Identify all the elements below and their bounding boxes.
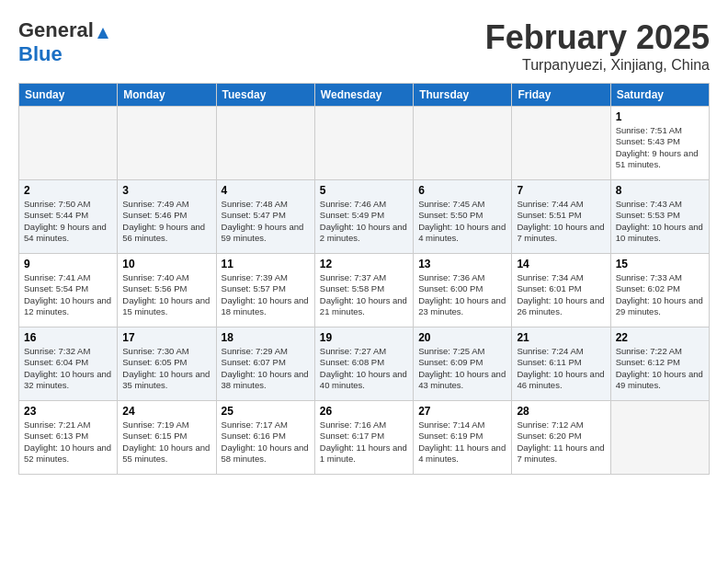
calendar-week-row: 23Sunrise: 7:21 AMSunset: 6:13 PMDayligh…: [19, 401, 710, 475]
day-number: 28: [517, 405, 605, 418]
logo: General Blue: [18, 18, 110, 66]
table-row: 7Sunrise: 7:44 AMSunset: 5:51 PMDaylight…: [512, 180, 610, 254]
day-number: 26: [320, 405, 408, 418]
table-row: 15Sunrise: 7:33 AMSunset: 6:02 PMDayligh…: [610, 254, 709, 327]
day-number: 13: [418, 258, 506, 270]
table-row: 28Sunrise: 7:12 AMSunset: 6:20 PMDayligh…: [512, 401, 610, 475]
table-row: 18Sunrise: 7:29 AMSunset: 6:07 PMDayligh…: [216, 327, 314, 401]
day-info: Sunrise: 7:32 AMSunset: 6:04 PMDaylight:…: [24, 346, 112, 391]
day-info: Sunrise: 7:30 AMSunset: 6:05 PMDaylight:…: [122, 346, 210, 391]
day-info: Sunrise: 7:29 AMSunset: 6:07 PMDaylight:…: [222, 346, 310, 391]
title-area: February 2025 Turpanyuezi, Xinjiang, Chi…: [485, 18, 710, 74]
day-info: Sunrise: 7:48 AMSunset: 5:47 PMDaylight:…: [222, 199, 310, 244]
table-row: 21Sunrise: 7:24 AMSunset: 6:11 PMDayligh…: [512, 327, 610, 401]
header-wednesday: Wednesday: [314, 84, 413, 107]
table-row: 6Sunrise: 7:45 AMSunset: 5:50 PMDaylight…: [414, 180, 512, 254]
table-row: 26Sunrise: 7:16 AMSunset: 6:17 PMDayligh…: [314, 401, 413, 475]
table-row: [314, 107, 413, 180]
table-row: 25Sunrise: 7:17 AMSunset: 6:16 PMDayligh…: [216, 401, 314, 475]
logo-icon: [96, 24, 110, 40]
logo-general: General: [18, 18, 94, 41]
day-info: Sunrise: 7:40 AMSunset: 5:56 PMDaylight:…: [122, 272, 210, 317]
table-row: 27Sunrise: 7:14 AMSunset: 6:19 PMDayligh…: [414, 401, 512, 475]
table-row: 22Sunrise: 7:22 AMSunset: 6:12 PMDayligh…: [610, 327, 709, 401]
day-number: 6: [418, 184, 506, 197]
table-row: [414, 107, 512, 180]
day-number: 17: [122, 331, 210, 344]
day-number: 3: [122, 184, 210, 197]
day-number: 20: [418, 331, 506, 344]
table-row: 11Sunrise: 7:39 AMSunset: 5:57 PMDayligh…: [216, 254, 314, 327]
table-row: 1Sunrise: 7:51 AMSunset: 5:43 PMDaylight…: [610, 107, 709, 180]
table-row: 3Sunrise: 7:49 AMSunset: 5:46 PMDaylight…: [118, 180, 216, 254]
day-info: Sunrise: 7:34 AMSunset: 6:01 PMDaylight:…: [517, 272, 605, 317]
table-row: [610, 401, 709, 475]
table-row: 9Sunrise: 7:41 AMSunset: 5:54 PMDaylight…: [19, 254, 118, 327]
day-number: 11: [222, 258, 310, 270]
day-info: Sunrise: 7:51 AMSunset: 5:43 PMDaylight:…: [616, 125, 704, 170]
day-info: Sunrise: 7:17 AMSunset: 6:16 PMDaylight:…: [222, 419, 310, 465]
table-row: [118, 107, 216, 180]
calendar-week-row: 16Sunrise: 7:32 AMSunset: 6:04 PMDayligh…: [19, 327, 710, 401]
logo-blue: Blue: [18, 42, 63, 65]
header-tuesday: Tuesday: [216, 84, 314, 107]
table-row: [19, 107, 118, 180]
day-number: 12: [320, 258, 408, 270]
day-number: 14: [517, 258, 605, 270]
day-number: 27: [418, 405, 506, 418]
day-number: 2: [24, 184, 112, 197]
day-info: Sunrise: 7:36 AMSunset: 6:00 PMDaylight:…: [418, 272, 506, 317]
header-saturday: Saturday: [610, 84, 709, 107]
header-sunday: Sunday: [19, 84, 118, 107]
table-row: 5Sunrise: 7:46 AMSunset: 5:49 PMDaylight…: [314, 180, 413, 254]
table-row: [216, 107, 314, 180]
day-info: Sunrise: 7:22 AMSunset: 6:12 PMDaylight:…: [616, 346, 704, 391]
table-row: [512, 107, 610, 180]
header-friday: Friday: [512, 84, 610, 107]
calendar-week-row: 9Sunrise: 7:41 AMSunset: 5:54 PMDaylight…: [19, 254, 710, 327]
table-row: 10Sunrise: 7:40 AMSunset: 5:56 PMDayligh…: [118, 254, 216, 327]
day-info: Sunrise: 7:25 AMSunset: 6:09 PMDaylight:…: [418, 346, 506, 391]
day-number: 9: [24, 258, 112, 270]
calendar-table: Sunday Monday Tuesday Wednesday Thursday…: [18, 83, 710, 475]
day-number: 22: [616, 331, 704, 344]
day-number: 10: [122, 258, 210, 270]
day-info: Sunrise: 7:33 AMSunset: 6:02 PMDaylight:…: [616, 272, 704, 317]
day-info: Sunrise: 7:24 AMSunset: 6:11 PMDaylight:…: [517, 346, 605, 391]
header-monday: Monday: [118, 84, 216, 107]
table-row: 16Sunrise: 7:32 AMSunset: 6:04 PMDayligh…: [19, 327, 118, 401]
day-info: Sunrise: 7:12 AMSunset: 6:20 PMDaylight:…: [517, 419, 605, 465]
day-number: 1: [616, 110, 704, 123]
calendar-week-row: 2Sunrise: 7:50 AMSunset: 5:44 PMDaylight…: [19, 180, 710, 254]
day-number: 25: [222, 405, 310, 418]
day-info: Sunrise: 7:50 AMSunset: 5:44 PMDaylight:…: [24, 199, 112, 244]
table-row: 17Sunrise: 7:30 AMSunset: 6:05 PMDayligh…: [118, 327, 216, 401]
day-number: 19: [320, 331, 408, 344]
day-info: Sunrise: 7:19 AMSunset: 6:15 PMDaylight:…: [122, 419, 210, 465]
day-info: Sunrise: 7:21 AMSunset: 6:13 PMDaylight:…: [24, 419, 112, 465]
day-number: 18: [222, 331, 310, 344]
day-number: 5: [320, 184, 408, 197]
table-row: 24Sunrise: 7:19 AMSunset: 6:15 PMDayligh…: [118, 401, 216, 475]
day-info: Sunrise: 7:14 AMSunset: 6:19 PMDaylight:…: [418, 419, 506, 465]
day-number: 16: [24, 331, 112, 344]
day-number: 8: [616, 184, 704, 197]
table-row: 19Sunrise: 7:27 AMSunset: 6:08 PMDayligh…: [314, 327, 413, 401]
day-info: Sunrise: 7:16 AMSunset: 6:17 PMDaylight:…: [320, 419, 408, 465]
svg-marker-0: [97, 28, 108, 39]
page-header: General Blue February 2025 Turpanyuezi, …: [18, 18, 710, 74]
day-info: Sunrise: 7:39 AMSunset: 5:57 PMDaylight:…: [222, 272, 310, 317]
day-number: 24: [122, 405, 210, 418]
day-info: Sunrise: 7:49 AMSunset: 5:46 PMDaylight:…: [122, 199, 210, 244]
day-info: Sunrise: 7:41 AMSunset: 5:54 PMDaylight:…: [24, 272, 112, 317]
table-row: 14Sunrise: 7:34 AMSunset: 6:01 PMDayligh…: [512, 254, 610, 327]
day-info: Sunrise: 7:27 AMSunset: 6:08 PMDaylight:…: [320, 346, 408, 391]
day-number: 15: [616, 258, 704, 270]
calendar-header-row: Sunday Monday Tuesday Wednesday Thursday…: [19, 84, 710, 107]
header-thursday: Thursday: [414, 84, 512, 107]
table-row: 12Sunrise: 7:37 AMSunset: 5:58 PMDayligh…: [314, 254, 413, 327]
table-row: 20Sunrise: 7:25 AMSunset: 6:09 PMDayligh…: [414, 327, 512, 401]
table-row: 8Sunrise: 7:43 AMSunset: 5:53 PMDaylight…: [610, 180, 709, 254]
table-row: 2Sunrise: 7:50 AMSunset: 5:44 PMDaylight…: [19, 180, 118, 254]
day-number: 7: [517, 184, 605, 197]
